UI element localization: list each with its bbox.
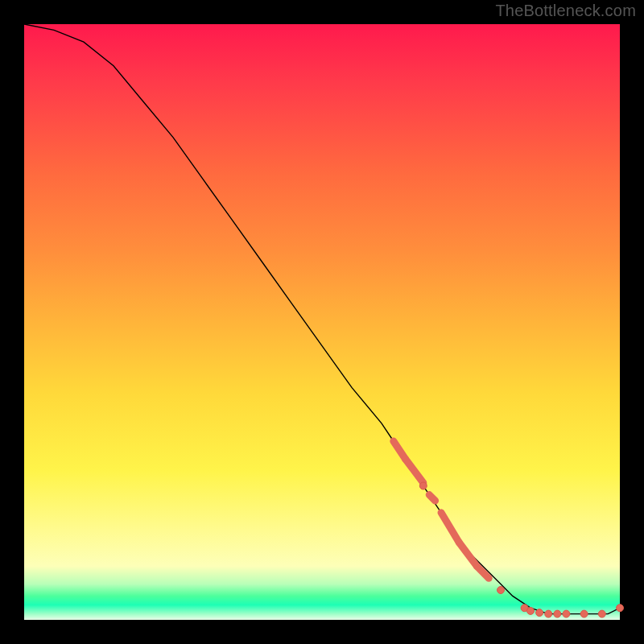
highlight-point: [617, 605, 624, 612]
watermark-text: TheBottleneck.com: [495, 2, 636, 20]
highlight-point: [563, 610, 570, 617]
highlight-point: [545, 610, 552, 617]
plot-area: [24, 24, 620, 620]
highlight-point: [419, 482, 427, 489]
highlight-point: [536, 609, 543, 617]
highlight-dash: [477, 566, 489, 578]
highlight-dash: [459, 543, 477, 567]
highlight-point: [580, 610, 588, 617]
chart-frame: TheBottleneck.com: [0, 0, 644, 644]
highlight-dash: [429, 495, 435, 501]
highlight-dash: [441, 513, 459, 543]
bottleneck-curve: [24, 24, 620, 614]
highlight-dash: [406, 459, 423, 483]
highlight-point: [554, 610, 561, 617]
highlight-point: [497, 587, 505, 594]
highlight-point: [527, 607, 535, 614]
highlight-segments: [394, 441, 489, 578]
highlight-points: [419, 482, 623, 617]
chart-overlay: [24, 24, 620, 620]
highlight-point: [598, 610, 605, 617]
